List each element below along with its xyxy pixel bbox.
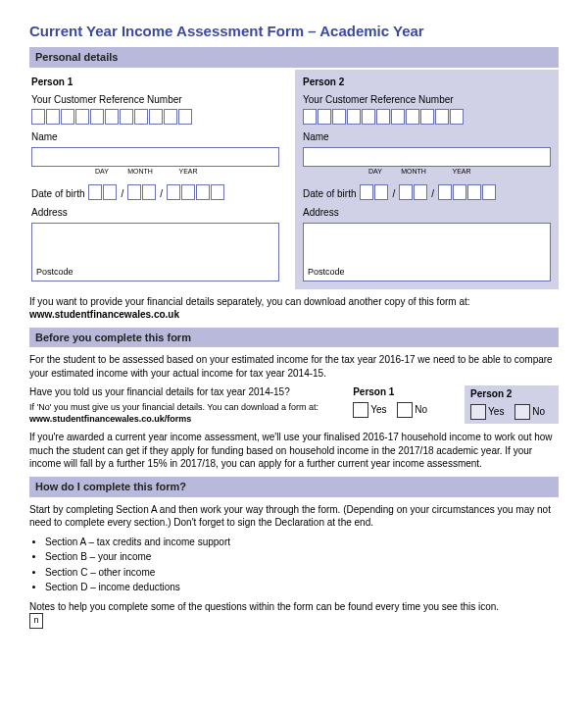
person2-dob-label: Date of birth [303, 187, 356, 201]
person2-crn-label: Your Customer Reference Number [303, 93, 551, 107]
person2-dob-year[interactable] [438, 184, 496, 200]
person2-heading: Person 2 [303, 76, 551, 89]
person1-postcode-label: Postcode [36, 266, 74, 278]
person2-postcode-label: Postcode [308, 266, 345, 278]
person1-dob-label: Date of birth [31, 187, 84, 201]
how-para: Start by completing Section A and then w… [29, 503, 559, 530]
list-item: Section B – your income [45, 550, 559, 564]
person2-block: Person 2 Your Customer Reference Number … [295, 70, 559, 288]
page: Current Year Income Assessment Form – Ac… [0, 0, 588, 716]
person1-crn-input[interactable] [31, 109, 279, 125]
person2-address-label: Address [303, 206, 551, 220]
p2-yes-checkbox[interactable] [470, 404, 486, 420]
person2-name-input[interactable] [303, 147, 551, 167]
person1-name-input[interactable] [31, 147, 279, 167]
p1-yes-checkbox[interactable] [353, 402, 368, 418]
awarded-para: If you're awarded a current year income … [29, 431, 559, 471]
p1-label: Person 1 [353, 385, 435, 399]
list-item: Section D – income deductions [45, 581, 559, 594]
notes-para: Notes to help you complete some of the q… [29, 600, 559, 630]
p1-yesno: Yes No [353, 402, 435, 418]
told-sub: If 'No' you must give us your financial … [29, 401, 323, 425]
person1-dob-year[interactable] [167, 184, 224, 200]
person2-dob-row: Date of birth / / [303, 181, 551, 200]
person2-name-label: Name [303, 130, 551, 144]
person1-dob-day[interactable] [88, 184, 117, 200]
p2-label: Person 2 [470, 387, 553, 401]
person1-heading: Person 1 [31, 76, 279, 89]
told-question-row: Have you told us your financial details … [29, 385, 559, 425]
page-title: Current Year Income Assessment Form – Ac… [29, 22, 559, 41]
before-para: For the student to be assessed based on … [29, 353, 559, 380]
person1-dob-month[interactable] [127, 184, 156, 200]
person2-dob-day[interactable] [360, 184, 388, 200]
person2-address-input[interactable]: Postcode [303, 223, 551, 281]
personal-columns: Person 1 Your Customer Reference Number … [29, 70, 559, 288]
p2-yesno: Yes No [470, 404, 553, 420]
person1-dob-row: Date of birth / / [31, 181, 279, 200]
person2-dob-month[interactable] [399, 184, 427, 200]
section-personal: Personal details [29, 47, 559, 68]
person1-crn-label: Your Customer Reference Number [31, 93, 279, 107]
person1-block: Person 1 Your Customer Reference Number … [29, 70, 281, 288]
p1-no-checkbox[interactable] [397, 402, 413, 418]
p2-no-checkbox[interactable] [514, 404, 530, 420]
separate-note: If you want to provide your financial de… [29, 295, 559, 322]
person2-crn-input[interactable] [303, 109, 551, 125]
list-item: Section A – tax credits and income suppo… [45, 536, 559, 549]
person1-address-input[interactable]: Postcode [31, 223, 279, 281]
person1-address-label: Address [31, 206, 279, 220]
separate-note-url: www.studentfinancewales.co.uk [29, 309, 179, 320]
section-list: Section A – tax credits and income suppo… [45, 536, 559, 594]
told-question: Have you told us your financial details … [29, 385, 323, 399]
note-icon: n [29, 613, 43, 629]
section-how: How do I complete this form? [29, 477, 559, 497]
list-item: Section C – other income [45, 566, 559, 580]
person1-name-label: Name [31, 130, 279, 144]
section-before: Before you complete this form [29, 328, 559, 348]
